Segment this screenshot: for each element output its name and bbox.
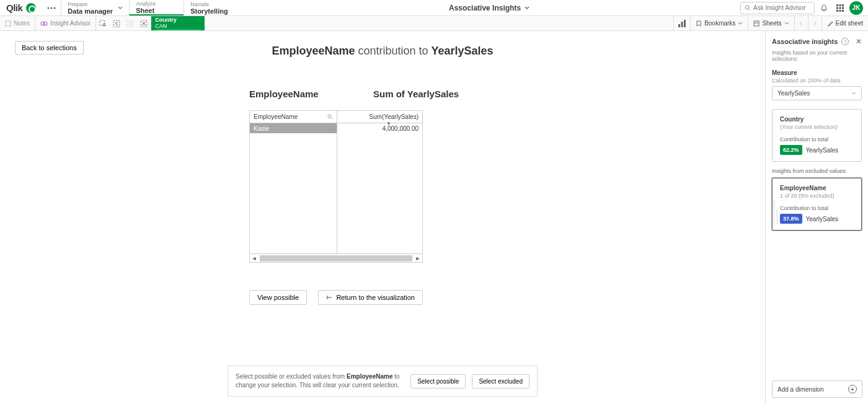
- chevron-left-icon: [799, 21, 804, 26]
- svg-point-16: [43, 22, 47, 25]
- step-back-button[interactable]: [110, 17, 123, 30]
- logo-text: Qlik: [6, 2, 22, 13]
- next-sheet-button[interactable]: [808, 16, 822, 30]
- nav-tab-prepare[interactable]: Prepare Data manager: [61, 0, 129, 15]
- nav-tab-prepare-top: Prepare: [68, 1, 113, 7]
- pencil-icon: [827, 20, 833, 27]
- notes-label: Notes: [14, 20, 30, 27]
- svg-rect-7: [842, 4, 844, 6]
- svg-point-2: [54, 7, 56, 9]
- insight-advisor-button[interactable]: Insight Advisor: [35, 16, 96, 30]
- more-menu-button[interactable]: [42, 0, 61, 15]
- table-right-col: Sum(YearlySales) ▼ 4,000,000.00: [337, 110, 423, 254]
- add-dimension-button[interactable]: Add a dimension +: [772, 380, 862, 398]
- nav-tab-prepare-bottom: Data manager: [68, 7, 113, 15]
- sort-indicator-icon: ▼: [386, 121, 391, 126]
- svg-rect-13: [842, 10, 844, 12]
- bookmarks-button[interactable]: Bookmarks: [690, 16, 748, 30]
- apps-grid-button[interactable]: [833, 1, 847, 15]
- notes-button[interactable]: Notes: [0, 16, 35, 30]
- svg-rect-25: [681, 22, 683, 27]
- svg-point-29: [328, 115, 331, 118]
- step-forward-button[interactable]: [123, 17, 137, 30]
- table-header-name[interactable]: EmployeeName: [250, 111, 337, 123]
- svg-line-30: [331, 118, 333, 120]
- view-possible-label: View possible: [257, 294, 299, 301]
- scroll-left-button[interactable]: ◄: [250, 255, 259, 261]
- clear-selections-button[interactable]: [137, 17, 151, 30]
- grid-icon: [836, 4, 844, 12]
- table-cell-name[interactable]: Kasie: [250, 123, 337, 133]
- smart-search-button[interactable]: [96, 17, 110, 30]
- search-column-icon[interactable]: [327, 114, 333, 120]
- search-input[interactable]: [753, 4, 810, 11]
- bottom-action-bar: Select possible or excluded values from …: [228, 366, 538, 397]
- svg-rect-8: [836, 7, 838, 9]
- chevron-down-icon: [784, 21, 789, 26]
- scroll-right-button[interactable]: ►: [414, 255, 422, 261]
- search-box[interactable]: [740, 2, 815, 14]
- bell-icon: [820, 4, 828, 12]
- measure-label: Measure: [772, 69, 862, 76]
- view-possible-button[interactable]: View possible: [249, 290, 307, 305]
- user-avatar[interactable]: JK: [849, 1, 863, 15]
- sheets-button[interactable]: Sheets: [748, 16, 794, 30]
- table-horizontal-scrollbar[interactable]: ◄ ►: [249, 254, 423, 263]
- excluded-section-label: Insights from excluded values:: [772, 168, 862, 174]
- table-body-right: 4,000,000.00: [337, 123, 422, 253]
- svg-rect-27: [754, 21, 759, 26]
- selections-tool-button[interactable]: [673, 16, 690, 30]
- insight-card-excluded[interactable]: EmployeeName 1 of 20 (5% excluded) Contr…: [772, 178, 862, 231]
- card2-title: EmployeeName: [780, 185, 854, 191]
- svg-rect-14: [6, 21, 11, 26]
- chevron-down-icon: [525, 6, 529, 11]
- selection-chip-country[interactable]: Country CAN: [151, 16, 205, 30]
- nav-tab-analyze[interactable]: Analyze Sheet: [129, 0, 184, 15]
- bottom-text-field: EmployeeName: [347, 373, 392, 380]
- th-value-label: Sum(YearlySales): [369, 113, 418, 120]
- scroll-track[interactable]: [260, 255, 412, 261]
- card2-subtitle: 1 of 20 (5% excluded): [780, 193, 854, 199]
- top-bar: Qlik Prepare Data manager Analyze Sheet …: [0, 0, 868, 16]
- chevron-down-icon: [118, 6, 123, 11]
- sheets-icon: [753, 20, 760, 27]
- select-possible-button[interactable]: Select possible: [410, 374, 466, 389]
- back-to-selections-button[interactable]: Back to selections: [15, 41, 84, 55]
- svg-rect-19: [113, 20, 120, 27]
- insight-card-selection[interactable]: Country (Your current selection) Contrib…: [772, 109, 862, 162]
- nav-tab-narrate[interactable]: Narrate Storytelling: [184, 0, 238, 15]
- app-title-dropdown[interactable]: Associative Insights: [238, 0, 740, 15]
- card2-badge: 37.8%: [780, 214, 802, 224]
- table-header-value[interactable]: Sum(YearlySales) ▼: [337, 111, 422, 123]
- bottom-help-text: Select possible or excluded values from …: [236, 372, 404, 390]
- dots-icon: [47, 7, 56, 9]
- chart-thumbnail-icon: [772, 194, 781, 225]
- edit-sheet-button[interactable]: Edit sheet: [822, 16, 868, 30]
- title-measure: YearlySales: [432, 45, 494, 57]
- svg-rect-17: [100, 20, 105, 25]
- header-right-controls: JK: [740, 0, 868, 15]
- panel-title: Associative insights: [772, 38, 838, 45]
- card2-metric: YearlySales: [806, 216, 838, 222]
- card1-contrib-label: Contribution to total: [780, 136, 854, 143]
- bookmark-icon: [696, 20, 702, 27]
- col-header-sum: Sum of YearlySales: [373, 89, 572, 99]
- select-excluded-button[interactable]: Select excluded: [472, 374, 529, 389]
- card1-subtitle: (Your current selection): [780, 124, 854, 130]
- chevron-down-icon: [738, 21, 743, 26]
- return-viz-label: Return to the visualization: [336, 294, 415, 301]
- chevron-down-icon: [851, 91, 856, 96]
- main-wrap: Back to selections EmployeeName contribu…: [0, 31, 868, 404]
- return-icon: [326, 295, 332, 300]
- app-title: Associative Insights: [449, 4, 521, 12]
- svg-rect-24: [678, 24, 680, 27]
- return-visualization-button[interactable]: Return to the visualization: [318, 290, 423, 305]
- add-dimension-label: Add a dimension: [777, 386, 824, 393]
- close-panel-button[interactable]: ✕: [856, 37, 862, 46]
- selection-tools: [96, 16, 151, 30]
- clear-selection-icon: [140, 20, 148, 27]
- help-icon[interactable]: ?: [841, 38, 849, 45]
- prev-sheet-button[interactable]: [794, 16, 808, 30]
- notifications-button[interactable]: [817, 1, 831, 15]
- measure-select[interactable]: YearlySales: [772, 86, 862, 100]
